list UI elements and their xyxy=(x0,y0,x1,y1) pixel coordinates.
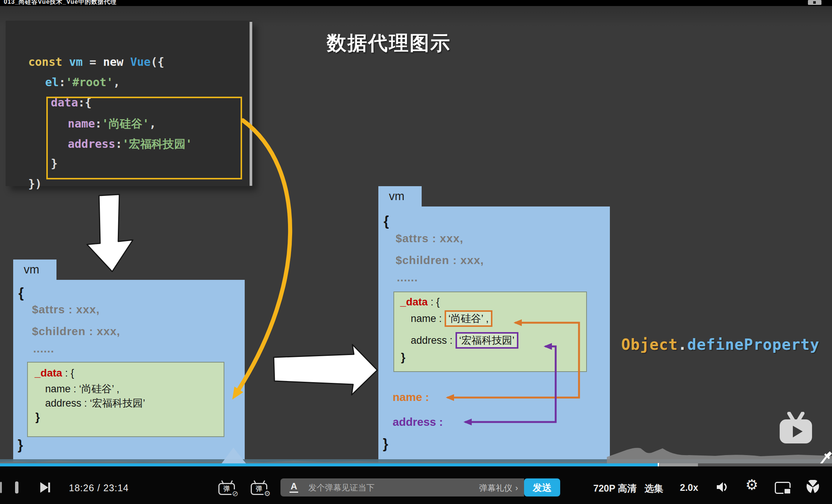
volume-button[interactable] xyxy=(716,481,729,493)
vm-left-dots: ...... xyxy=(33,342,54,355)
code-panel: const vm = new Vue({ el:'#root', data:{ … xyxy=(6,21,252,186)
code-line-1: const vm = new Vue({ xyxy=(28,55,164,68)
vm-left-inner-close: } xyxy=(35,411,40,424)
vm-right-tab: vm xyxy=(378,186,422,206)
code-line-7: }) xyxy=(28,177,42,190)
mini-player-button[interactable] xyxy=(775,482,791,494)
vm-right-inner-close: } xyxy=(401,351,405,364)
address-value-box: ‘宏福科技园’ xyxy=(456,332,518,349)
episodes-button[interactable]: 选集 xyxy=(645,482,663,495)
progress-bar[interactable] xyxy=(0,463,832,466)
chat-bubble-icon[interactable] xyxy=(808,0,821,5)
progress-buffered xyxy=(660,463,698,466)
settings-gear-button[interactable]: ⚙ xyxy=(745,478,758,492)
vm-left-name-line: name : ‘尚硅谷’ , xyxy=(45,382,119,396)
proxy-name-label: name : xyxy=(393,391,429,404)
vm-right-attrs: $attrs : xxx, xyxy=(396,232,463,245)
danmaku-off-badge-icon: ⊘ xyxy=(232,489,239,498)
vm-right-close-brace: } xyxy=(383,436,388,452)
vm-left-data-line: _data : { xyxy=(35,367,74,379)
chevron-right-icon: › xyxy=(515,483,518,493)
mini-player-inner-square xyxy=(783,488,791,495)
video-player: { "titlebar": { "title": "013_尚硅谷Vue技术_V… xyxy=(0,0,832,504)
vm-right-name-line: name : ‘尚硅谷’ , xyxy=(411,310,492,327)
define-property-label: Object.defineProperty xyxy=(621,336,820,353)
pause-button[interactable] xyxy=(15,481,18,493)
slide-title: 数据代理图示 xyxy=(327,30,451,56)
danmaku-density-right xyxy=(607,448,832,464)
vm-left-data-box: _data : { name : ‘尚硅谷’ , address : ‘宏福科技… xyxy=(27,362,224,437)
next-episode-button[interactable] xyxy=(39,482,51,493)
danmaku-input-bar: A 弹幕礼仪› xyxy=(280,478,524,496)
control-bar: 18:26 / 23:14 弹 ⊘ 弹 ⚙ A 弹幕礼仪› 发送 720P 高清… xyxy=(0,466,832,504)
chat-bubble-dot xyxy=(813,1,816,4)
vm-right-open-brace: { xyxy=(384,213,389,229)
vm-right-data-line: _data : { xyxy=(400,296,440,308)
vm-left-close-brace: } xyxy=(18,437,23,453)
speed-button[interactable]: 2.0x xyxy=(680,482,698,493)
danmaku-style-button[interactable]: A xyxy=(290,481,298,493)
vm-left-address-line: address : ‘宏福科技园’ xyxy=(45,396,145,410)
danmaku-gear-badge-icon: ⚙ xyxy=(264,489,271,498)
name-value-box: ‘尚硅谷’ , xyxy=(445,310,492,327)
down-arrow xyxy=(87,194,133,272)
time-display: 18:26 / 23:14 xyxy=(69,483,129,493)
code-panel-scrollbar[interactable] xyxy=(250,22,252,186)
vm-right-children: $children : xxx, xyxy=(396,254,484,267)
danmaku-input[interactable] xyxy=(308,478,471,497)
vm-left-tab: vm xyxy=(13,260,56,280)
vm-right-data-box: _data : { name : ‘尚硅谷’ , address : ‘宏福科技… xyxy=(393,291,587,372)
video-title-bar: 013_尚硅谷Vue技术_Vue中的数据代理 xyxy=(0,0,832,6)
send-button[interactable]: 发送 xyxy=(524,478,560,496)
data-highlight-box xyxy=(46,97,242,179)
video-title: 013_尚硅谷Vue技术_Vue中的数据代理 xyxy=(4,0,117,6)
fullscreen-button[interactable] xyxy=(806,480,820,494)
video-frame: const vm = new Vue({ el:'#root', data:{ … xyxy=(0,0,832,504)
danmaku-toggle-button[interactable]: 弹 ⊘ xyxy=(218,481,236,495)
pause-icon-partial[interactable] xyxy=(0,482,2,493)
vm-left-open-brace: { xyxy=(18,285,24,301)
danmaku-settings-button[interactable]: 弹 ⚙ xyxy=(251,481,268,495)
vm-left-attrs: $attrs : xxx, xyxy=(32,303,100,316)
code-line-2: el:'#root', xyxy=(45,76,120,89)
quality-button[interactable]: 720P 高清 xyxy=(593,482,637,495)
bilibili-tv-watermark xyxy=(778,412,814,445)
vm-left-box: { $attrs : xxx, $children : xxx, ...... … xyxy=(13,280,245,462)
vm-right-box: { $attrs : xxx, $children : xxx, ...... … xyxy=(378,206,610,463)
proxy-address-label: address : xyxy=(393,416,443,428)
vm-right-address-line: address : ‘宏福科技园’ xyxy=(411,332,518,349)
vm-left-children: $children : xxx, xyxy=(32,325,120,338)
danmaku-etiquette-link[interactable]: 弹幕礼仪› xyxy=(479,483,518,494)
vm-right-dots: ...... xyxy=(397,271,418,284)
right-arrow xyxy=(274,345,377,395)
progress-played xyxy=(0,463,658,466)
